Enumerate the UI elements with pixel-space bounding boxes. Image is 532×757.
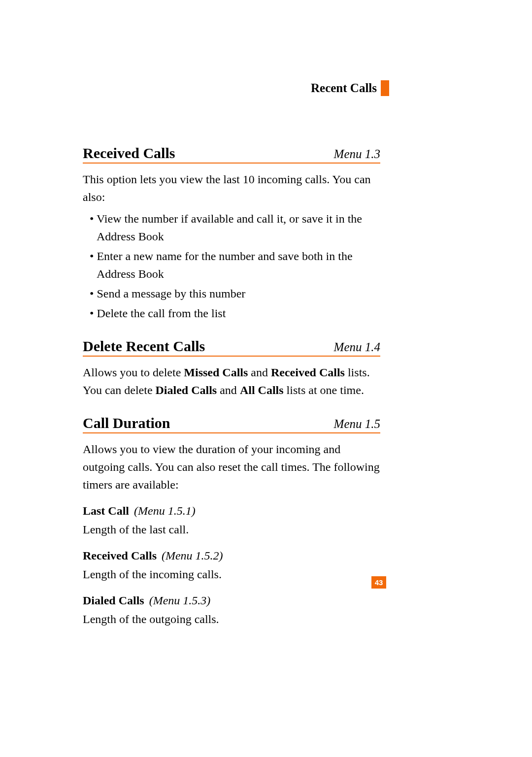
section-heading-delete-recent-calls: Delete Recent Calls Menu 1.4 [83, 338, 380, 357]
subsection-menu-label: (Menu 1.5.2) [162, 549, 223, 562]
subsection-title: Last Call [83, 504, 129, 517]
page-number-badge: 43 [371, 576, 386, 589]
section-menu-label: Menu 1.3 [334, 147, 380, 161]
subsection-title: Received Calls [83, 549, 157, 562]
subsection-heading-received-calls: Received Calls (Menu 1.5.2) [83, 549, 380, 562]
section-marker-icon [381, 80, 389, 96]
list-item: Enter a new name for the number and save… [83, 247, 380, 283]
subsection-text: Length of the incoming calls. [83, 565, 380, 583]
section-intro: This option lets you view the last 10 in… [83, 170, 380, 206]
subsection-text: Length of the outgoing calls. [83, 610, 380, 628]
subsection-menu-label: (Menu 1.5.1) [134, 504, 196, 517]
page-header-title: Recent Calls [311, 81, 377, 95]
page: Recent Calls Received Calls Menu 1.3 Thi… [0, 0, 532, 757]
section-title: Call Duration [83, 415, 170, 431]
section-heading-call-duration: Call Duration Menu 1.5 [83, 415, 380, 433]
list-item: Send a message by this number [83, 285, 380, 302]
section-intro: Allows you to view the duration of your … [83, 440, 380, 494]
subsection-heading-last-call: Last Call (Menu 1.5.1) [83, 504, 380, 518]
list-item: Delete the call from the list [83, 304, 380, 322]
section-heading-received-calls: Received Calls Menu 1.3 [83, 145, 380, 164]
section-menu-label: Menu 1.4 [334, 340, 380, 354]
section-menu-label: Menu 1.5 [334, 417, 380, 431]
page-content: Received Calls Menu 1.3 This option lets… [83, 145, 380, 632]
section-title: Received Calls [83, 145, 175, 162]
subsection-menu-label: (Menu 1.5.3) [149, 594, 211, 607]
bullet-list: View the number if available and call it… [83, 210, 380, 322]
section-paragraph: Allows you to delete Missed Calls and Re… [83, 363, 380, 399]
subsection-text: Length of the last call. [83, 521, 380, 538]
subsection-title: Dialed Calls [83, 594, 144, 607]
page-header: Recent Calls [311, 80, 389, 96]
subsection-heading-dialed-calls: Dialed Calls (Menu 1.5.3) [83, 594, 380, 607]
section-title: Delete Recent Calls [83, 338, 205, 355]
list-item: View the number if available and call it… [83, 210, 380, 245]
